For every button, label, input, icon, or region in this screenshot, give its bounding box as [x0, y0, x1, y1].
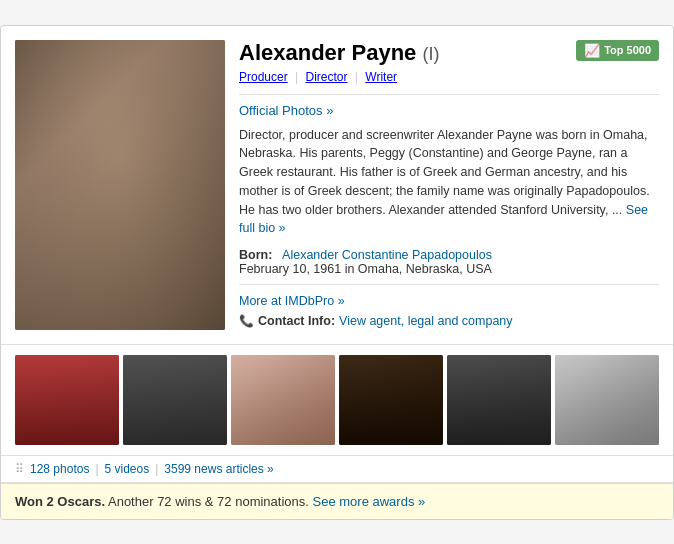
role-writer[interactable]: Writer — [365, 70, 397, 84]
strip-photo-3[interactable] — [231, 355, 335, 445]
strip-photo-1[interactable] — [15, 355, 119, 445]
strip-photo-5[interactable] — [447, 355, 551, 445]
see-more-awards-link[interactable]: See more awards » — [313, 494, 426, 509]
grid-icon: ⠿ — [15, 462, 24, 476]
roman-numeral: (I) — [422, 44, 439, 64]
separator-2: | — [355, 70, 361, 84]
born-name-link[interactable]: Alexander Constantine Papadopoulos — [282, 248, 492, 262]
born-date: February 10, 1961 — [239, 262, 341, 276]
bio-content: Director, producer and screenwriter Alex… — [239, 128, 650, 217]
roles-row: Producer | Director | Writer — [239, 70, 659, 84]
awards-bar: Won 2 Oscars. Another 72 wins & 72 nomin… — [1, 483, 673, 519]
strip-photo-6[interactable] — [555, 355, 659, 445]
chart-icon: 📈 — [584, 43, 600, 58]
born-place: in Omaha, Nebraska, USA — [345, 262, 492, 276]
divider-2 — [239, 284, 659, 285]
photos-link[interactable]: 128 photos — [30, 462, 89, 476]
phone-icon: 📞 — [239, 314, 254, 328]
stats-row: ⠿ 128 photos | 5 videos | 3599 news arti… — [1, 456, 673, 483]
sep-2: | — [155, 462, 158, 476]
official-photos-link[interactable]: Official Photos » — [239, 103, 333, 118]
main-photo[interactable] — [15, 40, 225, 330]
top-badge-label: Top 5000 — [604, 44, 651, 56]
name-text: Alexander Payne — [239, 40, 416, 65]
contact-link[interactable]: View agent, legal and company — [339, 314, 513, 328]
role-director[interactable]: Director — [306, 70, 348, 84]
person-card: Alexander Payne (I) 📈 Top 5000 Producer … — [0, 25, 674, 520]
awards-bold-text: Won 2 Oscars. — [15, 494, 105, 509]
role-producer[interactable]: Producer — [239, 70, 288, 84]
top-badge[interactable]: 📈 Top 5000 — [576, 40, 659, 61]
strip-photo-4[interactable] — [339, 355, 443, 445]
sep-1: | — [95, 462, 98, 476]
photos-strip — [1, 345, 673, 456]
contact-label: Contact Info: — [258, 314, 335, 328]
strip-photo-2[interactable] — [123, 355, 227, 445]
bio-text: Director, producer and screenwriter Alex… — [239, 126, 659, 239]
main-section: Alexander Payne (I) 📈 Top 5000 Producer … — [1, 26, 673, 345]
news-link[interactable]: 3599 news articles » — [164, 462, 273, 476]
name-row: Alexander Payne (I) 📈 Top 5000 — [239, 40, 659, 66]
videos-link[interactable]: 5 videos — [105, 462, 150, 476]
more-imdb-link[interactable]: More at IMDbPro » — [239, 294, 345, 308]
person-name: Alexander Payne (I) — [239, 40, 439, 66]
info-column: Alexander Payne (I) 📈 Top 5000 Producer … — [239, 40, 659, 330]
awards-normal-text: Another 72 wins & 72 nominations. — [108, 494, 309, 509]
born-row: Born: Alexander Constantine Papadopoulos… — [239, 248, 659, 276]
separator-1: | — [295, 70, 301, 84]
photo-column — [15, 40, 225, 330]
divider-1 — [239, 94, 659, 95]
contact-row: 📞 Contact Info: View agent, legal and co… — [239, 314, 659, 328]
more-imdb-row: More at IMDbPro » — [239, 293, 659, 308]
born-label: Born: — [239, 248, 272, 262]
